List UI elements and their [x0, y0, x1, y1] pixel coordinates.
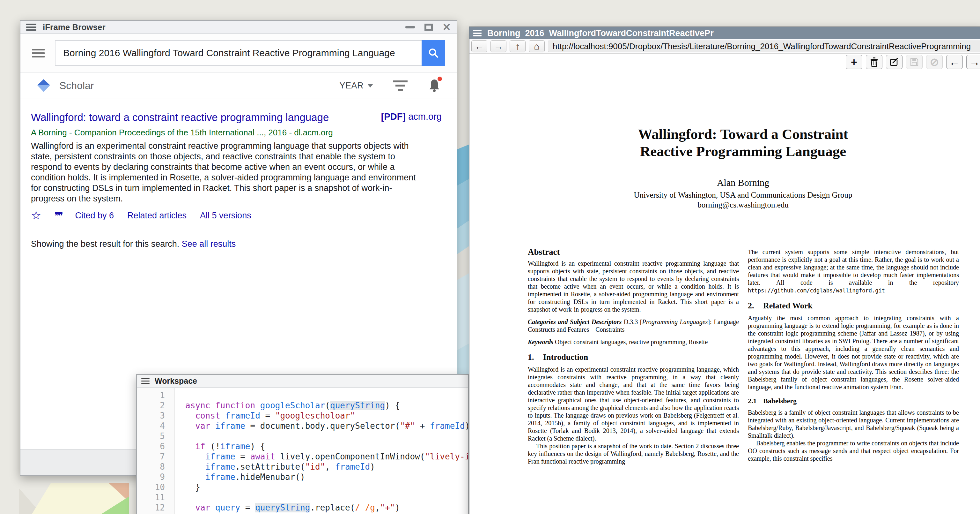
paper-left-column: AbstractWallingford is an experimental c… — [528, 248, 739, 465]
add-annotation-button[interactable]: + — [846, 55, 862, 69]
scholar-logo-icon[interactable] — [37, 78, 51, 93]
code-line[interactable]: 3 const frameId = "googlescholoar" — [137, 410, 468, 421]
code-line[interactable]: 9 iframe.hideMenubar() — [137, 472, 468, 482]
code-line[interactable]: 1 — [137, 390, 468, 400]
pdf-paragraph: Wallingford is an experimental constrain… — [528, 260, 739, 313]
code-text: iframe = await lively.openComponentInWin… — [175, 452, 468, 461]
code-line[interactable]: 7 iframe = await lively.openComponentInW… — [137, 452, 468, 461]
line-number: 3 — [137, 410, 175, 421]
back-arrow-icon: ← — [475, 41, 484, 52]
pdf-edit-toolbar: + — [469, 54, 980, 70]
window-title: iFrame Browser — [43, 22, 105, 32]
pdf-nav-toolbar: ← → ↑ ⌂ — [469, 39, 980, 54]
pdf-viewer[interactable]: Wallingford: Toward a Constraint Reactiv… — [469, 70, 980, 514]
all-versions-link[interactable]: All 5 versions — [200, 211, 251, 220]
window-title: Workspace — [155, 377, 197, 386]
minimize-button[interactable] — [405, 26, 415, 29]
result-snippet: Wallingford is an experimental constrain… — [31, 141, 422, 204]
sort-filter-icon[interactable] — [393, 80, 407, 91]
code-text — [175, 390, 185, 400]
line-number: 6 — [137, 441, 175, 452]
maximize-button[interactable] — [425, 24, 433, 30]
code-line[interactable]: 8 iframe.setAttribute("id", frameId) — [137, 461, 468, 472]
line-number: 7 — [137, 452, 175, 461]
window-title: Borning_2016_WallingfordTowardConstraint… — [487, 29, 714, 38]
pdf-tag: [PDF] — [381, 112, 406, 121]
pdf-source[interactable]: acm.org — [408, 112, 442, 121]
pdf-paragraph: Keywords Object constraint languages, re… — [528, 338, 739, 346]
alerts-button[interactable] — [428, 78, 441, 93]
code-line[interactable]: 5 — [137, 431, 468, 441]
home-icon: ⌂ — [534, 41, 539, 52]
chevron-down-icon — [368, 84, 373, 88]
line-number: 13 — [137, 513, 175, 514]
pdf-paragraph: Babelsberg is a family of object constra… — [748, 409, 959, 439]
code-lines: 12async function googleScholar(queryStri… — [137, 388, 468, 514]
back-button[interactable]: ← — [471, 40, 487, 53]
code-text: iframe.setURL("https://scholar.google.co… — [175, 513, 468, 514]
line-number: 8 — [137, 461, 175, 472]
pdf-titlebar[interactable]: Borning_2016_WallingfordTowardConstraint… — [469, 27, 980, 39]
line-number: 5 — [137, 431, 175, 441]
related-articles-link[interactable]: Related articles — [127, 211, 186, 220]
block-icon: ⊘ — [930, 56, 939, 68]
code-line[interactable]: 13 iframe.setURL("https://scholar.google… — [137, 513, 468, 514]
search-result: Wallingford: toward a constraint reactiv… — [31, 111, 442, 249]
scholar-brand: Scholar — [59, 80, 94, 92]
pdf-paragraph: Wallingford is an experimental constrain… — [528, 366, 739, 442]
line-number: 1 — [137, 390, 175, 400]
cancel-button[interactable]: ⊘ — [926, 55, 943, 69]
window-menu-icon[interactable] — [26, 24, 37, 30]
line-number: 2 — [137, 400, 175, 410]
line-number: 4 — [137, 421, 175, 431]
delete-button[interactable] — [866, 55, 882, 69]
forward-button[interactable]: → — [490, 40, 506, 53]
search-input[interactable] — [55, 40, 422, 66]
year-label: YEAR — [339, 81, 364, 91]
home-button[interactable]: ⌂ — [529, 40, 545, 53]
code-line[interactable]: 6 if (!iframe) { — [137, 441, 468, 452]
browser-titlebar[interactable]: iFrame Browser ✕ — [21, 21, 457, 34]
pdf-heading: 2.1Babelsberg — [748, 397, 959, 405]
cite-quote-icon[interactable]: ❞❞ — [54, 211, 62, 221]
up-button[interactable]: ↑ — [510, 40, 525, 53]
code-line[interactable]: 4 var iframe = document.body.querySelect… — [137, 421, 468, 431]
desktop: iFrame Browser ✕ — [0, 0, 980, 514]
see-all-results-link[interactable]: See all results — [182, 239, 236, 249]
edit-button[interactable] — [886, 55, 902, 69]
page-back-button[interactable]: ← — [946, 55, 963, 69]
workspace-titlebar[interactable]: Workspace — [137, 375, 468, 388]
close-button[interactable]: ✕ — [442, 22, 451, 32]
menu-icon[interactable] — [32, 49, 45, 57]
trash-icon — [870, 57, 878, 67]
page-forward-button[interactable]: → — [966, 55, 980, 69]
year-dropdown[interactable]: YEAR — [339, 81, 373, 91]
save-star-icon[interactable]: ☆ — [31, 210, 41, 221]
result-byline: A Borning - Companion Proceedings of the… — [31, 128, 442, 137]
result-title-link[interactable]: Wallingford: toward a constraint reactiv… — [31, 111, 337, 124]
code-line[interactable]: 2async function googleScholar(queryStrin… — [137, 400, 468, 410]
up-arrow-icon: ↑ — [515, 41, 520, 52]
code-text: const frameId = "googlescholoar" — [175, 410, 355, 421]
url-input[interactable] — [548, 40, 980, 52]
pdf-source-link[interactable]: [PDF] acm.org — [381, 111, 442, 122]
pdf-heading: Abstract — [528, 248, 739, 256]
workspace-window: Workspace 12async function googleScholar… — [136, 374, 469, 514]
pdf-paragraph: The current system supports some simple … — [748, 248, 959, 294]
window-menu-icon[interactable] — [141, 378, 150, 384]
code-line[interactable]: 12 var query = queryString.replace(/ /g,… — [137, 503, 468, 513]
code-text — [175, 431, 185, 441]
line-number: 9 — [137, 472, 175, 482]
save-button[interactable] — [906, 55, 923, 69]
cited-by-link[interactable]: Cited by 6 — [75, 211, 114, 220]
code-line[interactable]: 11 — [137, 492, 468, 503]
pdf-heading: 1.Introduction — [528, 353, 739, 361]
code-text: var iframe = document.body.querySelector… — [175, 421, 468, 431]
window-menu-icon[interactable] — [473, 30, 482, 37]
paper-author: Alan Borning — [527, 177, 959, 188]
search-button[interactable] — [422, 40, 445, 66]
code-editor[interactable]: 12async function googleScholar(queryStri… — [137, 388, 468, 514]
code-line[interactable]: 10 } — [137, 482, 468, 492]
code-text: async function googleScholar(queryString… — [175, 400, 400, 410]
line-number: 12 — [137, 503, 175, 513]
